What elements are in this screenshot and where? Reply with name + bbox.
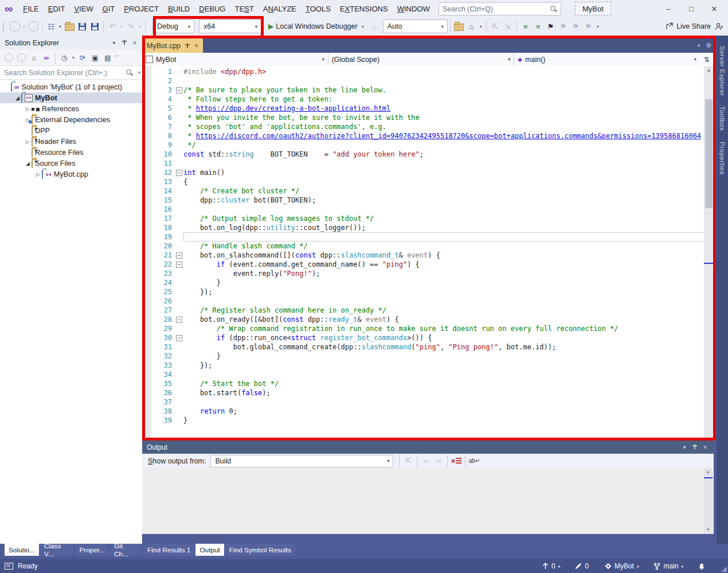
solution-configuration-dropdown[interactable]: Debug▾ (152, 20, 194, 33)
maximize-button[interactable]: □ (680, 0, 703, 17)
code-line-7[interactable]: 7 * scopes 'bot' and 'applications.comma… (151, 122, 714, 131)
refresh-icon[interactable]: ⟳ (77, 52, 88, 64)
navigate-back-button[interactable]: ← (9, 20, 21, 33)
tab-list-dropdown[interactable]: ▾ (698, 43, 700, 48)
start-debugging-button[interactable]: ▶ Local Windows Debugger ▾ (268, 22, 366, 30)
split-window-handle[interactable]: ⇅ (700, 53, 714, 66)
indicator-margin[interactable] (142, 66, 151, 466)
word-wrap-icon[interactable]: ab↵ (468, 455, 480, 467)
line-indent-icon[interactable]: ≡ (520, 20, 531, 33)
tool-tab-output[interactable]: Output (195, 544, 224, 556)
find-in-files-icon[interactable] (453, 20, 465, 33)
collapse-fold-icon[interactable]: − (176, 262, 182, 268)
undo-button[interactable]: ↶ (107, 20, 118, 33)
tree-item-external-dependencies[interactable]: ▷External Dependencies (0, 114, 142, 125)
code-line-36[interactable]: 36 bot.start(false); (151, 388, 714, 397)
solution-explorer-sync-icon[interactable]: ⌂ (466, 20, 477, 33)
expand-arrow-icon[interactable]: ▷ (24, 106, 32, 112)
code-line-6[interactable]: 6 * When you invite the bot, be sure to … (151, 113, 714, 122)
resize-grip[interactable] (721, 566, 727, 572)
menu-extensions[interactable]: EXTENSIONS (335, 2, 393, 16)
navigate-back-dropdown[interactable]: ▾ (21, 24, 27, 29)
save-button[interactable] (76, 20, 88, 33)
menu-analyze[interactable]: ANALYZE (259, 2, 301, 16)
code-line-3[interactable]: 3−/* Be sure to place your token in the … (151, 85, 714, 95)
clear-all-icon[interactable]: ×☰ (451, 455, 462, 467)
scroll-down-arrow[interactable]: ▼ (704, 526, 713, 534)
collapse-fold-icon[interactable]: − (176, 335, 182, 341)
code-line-12[interactable]: 12−int main() (151, 168, 714, 177)
code-line-9[interactable]: 9 */ (151, 141, 714, 150)
add-user-icon[interactable] (715, 22, 723, 31)
tree-item-mybot[interactable]: ◢++MyBot (0, 92, 142, 103)
menu-debug[interactable]: DEBUG (194, 2, 230, 16)
status-branch-main[interactable]: main▴ (653, 562, 683, 570)
auto-dropdown[interactable]: Auto▾ (383, 20, 448, 33)
code-line-39[interactable]: 39} (151, 416, 714, 425)
close-pane-icon[interactable]: × (130, 39, 140, 47)
code-line-8[interactable]: 8 * https://discord.com/oauth2/authorize… (151, 131, 714, 141)
goto-message-icon[interactable]: ⇱ (402, 455, 414, 467)
tool-tab-class-v-[interactable]: Class V... (40, 544, 75, 556)
code-line-15[interactable]: 15 dpp::cluster bot(BOT_TOKEN); (151, 196, 714, 205)
navigate-forward-button[interactable]: → (28, 20, 39, 33)
code-line-5[interactable]: 5 * https://dpp.dev/creating-a-bot-appli… (151, 104, 714, 113)
collapse-arrow-icon[interactable]: ◢ (14, 95, 21, 101)
tool-tab-git-ch-[interactable]: Git Ch... (110, 544, 141, 556)
menu-project[interactable]: PROJECT (119, 2, 163, 16)
side-tab-properties[interactable]: Properties (719, 142, 726, 174)
tool-tab-proper-[interactable]: Proper... (75, 544, 109, 556)
pin-icon[interactable] (119, 40, 130, 46)
scroll-up-arrow[interactable]: ▲ (704, 66, 714, 75)
code-line-28[interactable]: 28− bot.on_ready([&bot](const dpp::ready… (151, 315, 714, 324)
menu-tools[interactable]: TOOLS (301, 2, 335, 16)
menu-view[interactable]: VIEW (69, 2, 97, 16)
pending-changes-filter-icon[interactable]: ◷ (58, 52, 70, 64)
close-button[interactable]: ✕ (703, 0, 726, 17)
save-all-button[interactable] (89, 20, 100, 33)
code-line-37[interactable]: 37 (151, 397, 714, 407)
bookmark-icon[interactable]: ⚑ (545, 20, 557, 33)
code-line-11[interactable]: 11 (151, 159, 714, 168)
code-line-14[interactable]: 14 /* Create bot cluster */ (151, 186, 714, 196)
code-editor[interactable]: 1#include <dpp/dpp.h>23−/* Be sure to pl… (142, 66, 714, 466)
quick-search-box[interactable]: Search (Ctrl+Q) (439, 2, 561, 15)
code-line-29[interactable]: 29 /* Wrap command registration in run_o… (151, 324, 714, 333)
tree-item-resource-files[interactable]: Resource Files (0, 147, 142, 158)
scroll-up-arrow[interactable]: ▲ (704, 468, 713, 476)
menu-test[interactable]: TEST (230, 2, 258, 16)
navigate-down-icon[interactable]: ⇲ (502, 20, 514, 33)
collapse-all-icon[interactable]: ▣ (89, 52, 101, 64)
expand-arrow-icon[interactable]: ▷ (34, 171, 42, 177)
expand-arrow-icon[interactable]: ▷ (24, 139, 32, 145)
tool-tab-solutio-[interactable]: Solutio... (5, 544, 39, 556)
collapse-fold-icon[interactable]: − (176, 87, 182, 93)
nav-scope-dropdown[interactable]: (Global Scope) ▾ (328, 53, 515, 66)
output-vertical-scrollbar[interactable]: ▲ ▼ (704, 468, 713, 534)
show-all-files-icon[interactable]: ▤ (102, 52, 113, 64)
se-back-icon[interactable]: ← (3, 52, 14, 64)
code-line-18[interactable]: 18 bot.on_log(dpp::utility::cout_logger(… (151, 223, 714, 232)
solution-name-badge[interactable]: MyBot (575, 2, 611, 15)
se-forward-icon[interactable]: → (15, 52, 27, 64)
tab-pin-icon[interactable] (185, 44, 190, 48)
output-pin-icon[interactable] (690, 444, 700, 450)
solution-explorer-search[interactable]: Search Solution Explorer (Ctrl+;) ▾ (0, 66, 142, 80)
code-line-34[interactable]: 34 (151, 370, 714, 379)
code-line-17[interactable]: 17 /* Output simple log messages to stdo… (151, 214, 714, 223)
tree-item-references[interactable]: ▷References (0, 103, 142, 114)
undo-dropdown[interactable]: ▾ (119, 24, 124, 29)
code-line-22[interactable]: 22− if (event.command.get_command_name()… (151, 260, 714, 269)
tab-close-icon[interactable]: × (194, 42, 198, 50)
output-close-icon[interactable]: × (700, 443, 710, 451)
output-options-dropdown[interactable]: ▾ (679, 444, 690, 450)
status-pencil-0[interactable]: 0 (575, 562, 590, 570)
tree-item-source-files[interactable]: ◢Source Files (0, 158, 142, 169)
tree-item-solution-mybot-1-of-1-project-[interactable]: ∞Solution 'MyBot' (1 of 1 project) (0, 81, 142, 92)
collapse-fold-icon[interactable]: − (176, 252, 182, 259)
output-content[interactable]: ▲ ▼ ◀ ▶ (142, 468, 714, 534)
tree-item-dpp[interactable]: DPP (0, 125, 142, 136)
side-tab-toolbox[interactable]: Toolbox (719, 106, 726, 131)
tool-tab-find-symbol-results[interactable]: Find Symbol Results (225, 544, 295, 556)
redo-dropdown[interactable]: ▾ (137, 24, 143, 29)
